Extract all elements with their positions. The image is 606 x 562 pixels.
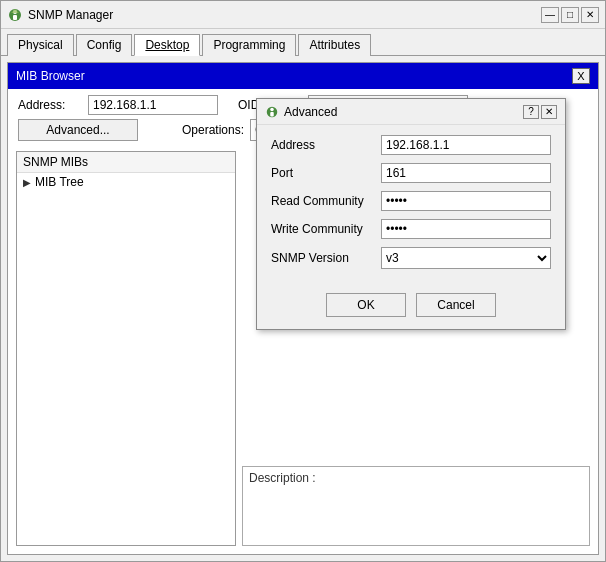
content-area: MIB Browser X Address: OID: Advanced... …: [1, 56, 605, 561]
title-bar-controls: — □ ✕: [541, 7, 599, 23]
advanced-dialog: Advanced ? ✕ Address Port: [256, 98, 566, 330]
adv-read-community-label: Read Community: [271, 194, 381, 208]
advanced-title-left: Advanced: [265, 105, 337, 119]
adv-port-input[interactable]: [381, 163, 551, 183]
adv-address-input[interactable]: [381, 135, 551, 155]
window-title: SNMP Manager: [28, 8, 113, 22]
adv-read-community-input[interactable]: [381, 191, 551, 211]
snmp-mibs-header: SNMP MIBs: [17, 152, 235, 173]
tab-programming[interactable]: Programming: [202, 34, 296, 56]
adv-port-row: Port: [271, 163, 551, 183]
advanced-ok-button[interactable]: OK: [326, 293, 406, 317]
svg-point-5: [270, 107, 274, 111]
svg-rect-2: [13, 15, 17, 20]
snmp-mibs-panel: SNMP MIBs ▶ MIB Tree: [16, 151, 236, 546]
adv-write-community-label: Write Community: [271, 222, 381, 236]
mib-browser-close-button[interactable]: X: [572, 68, 590, 84]
tab-config[interactable]: Config: [76, 34, 133, 56]
mib-browser-header: MIB Browser X: [8, 63, 598, 89]
advanced-form: Address Port Read Community Write Commun…: [257, 125, 565, 287]
adv-address-label: Address: [271, 138, 381, 152]
main-window: SNMP Manager — □ ✕ Physical Config Deskt…: [0, 0, 606, 562]
adv-snmp-version-label: SNMP Version: [271, 251, 381, 265]
adv-address-row: Address: [271, 135, 551, 155]
advanced-title-bar: Advanced ? ✕: [257, 99, 565, 125]
adv-port-label: Port: [271, 166, 381, 180]
tab-desktop[interactable]: Desktop: [134, 34, 200, 56]
address-label: Address:: [18, 98, 68, 112]
svg-rect-6: [270, 112, 274, 116]
adv-write-community-input[interactable]: [381, 219, 551, 239]
adv-read-community-row: Read Community: [271, 191, 551, 211]
tree-arrow-icon: ▶: [23, 177, 31, 188]
advanced-button[interactable]: Advanced...: [18, 119, 138, 141]
tab-bar: Physical Config Desktop Programming Attr…: [1, 29, 605, 56]
minimize-button[interactable]: —: [541, 7, 559, 23]
tab-physical[interactable]: Physical: [7, 34, 74, 56]
title-bar: SNMP Manager — □ ✕: [1, 1, 605, 29]
adv-snmp-version-row: SNMP Version v1 v2c v3: [271, 247, 551, 269]
mib-browser-title: MIB Browser: [16, 69, 85, 83]
adv-write-community-row: Write Community: [271, 219, 551, 239]
advanced-help-button[interactable]: ?: [523, 105, 539, 119]
title-bar-left: SNMP Manager: [7, 7, 113, 23]
app-icon: [7, 7, 23, 23]
adv-snmp-version-select[interactable]: v1 v2c v3: [381, 247, 551, 269]
description-label: Description :: [243, 467, 589, 489]
mib-tree-item[interactable]: ▶ MIB Tree: [17, 173, 235, 191]
advanced-title-controls: ? ✕: [523, 105, 557, 119]
advanced-close-button[interactable]: ✕: [541, 105, 557, 119]
description-container: Description :: [242, 466, 590, 546]
window-close-button[interactable]: ✕: [581, 7, 599, 23]
advanced-dialog-icon: [265, 105, 279, 119]
operations-label: Operations:: [182, 123, 244, 137]
advanced-title-text: Advanced: [284, 105, 337, 119]
address-input[interactable]: [88, 95, 218, 115]
advanced-cancel-button[interactable]: Cancel: [416, 293, 496, 317]
advanced-buttons: OK Cancel: [257, 287, 565, 329]
mib-tree-label: MIB Tree: [35, 175, 84, 189]
maximize-button[interactable]: □: [561, 7, 579, 23]
tab-attributes[interactable]: Attributes: [298, 34, 371, 56]
